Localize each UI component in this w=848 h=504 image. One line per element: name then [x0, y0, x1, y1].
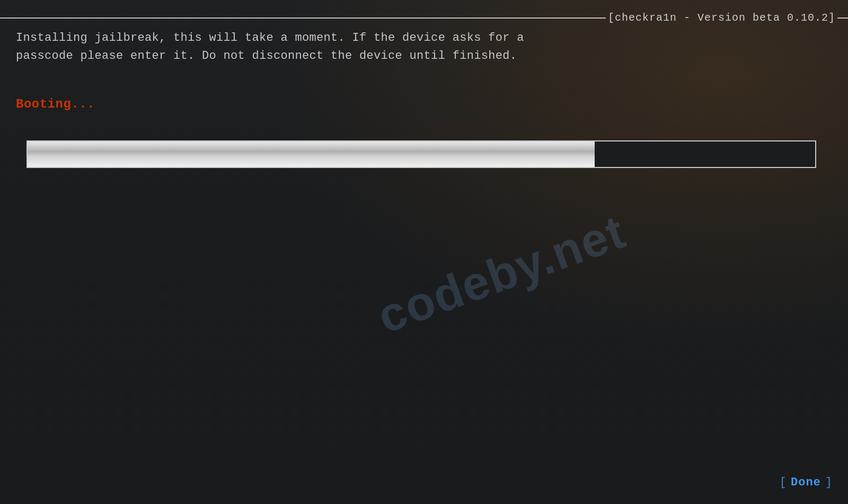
app-title: [checkra1n - Version beta 0.10.2]	[606, 12, 837, 24]
done-bracket-left: [	[780, 476, 787, 489]
done-button[interactable]: [ Done ]	[780, 476, 832, 489]
progress-bar-fill	[28, 142, 595, 167]
done-button-area: [ Done ]	[780, 476, 832, 489]
title-line-left	[0, 17, 606, 19]
done-bracket-right: ]	[825, 476, 832, 489]
main-content: Installing jailbreak, this will take a m…	[16, 29, 832, 168]
title-bar: [checkra1n - Version beta 0.10.2]	[0, 12, 848, 24]
screen: [checkra1n - Version beta 0.10.2] Instal…	[0, 0, 848, 504]
progress-container	[26, 140, 816, 168]
title-line-right	[837, 17, 848, 19]
booting-status: Booting...	[16, 97, 832, 111]
instruction-text: Installing jailbreak, this will take a m…	[16, 29, 832, 65]
done-label: Done	[791, 476, 821, 489]
progress-bar-outer	[26, 140, 816, 168]
watermark: codeby.net	[370, 204, 632, 344]
